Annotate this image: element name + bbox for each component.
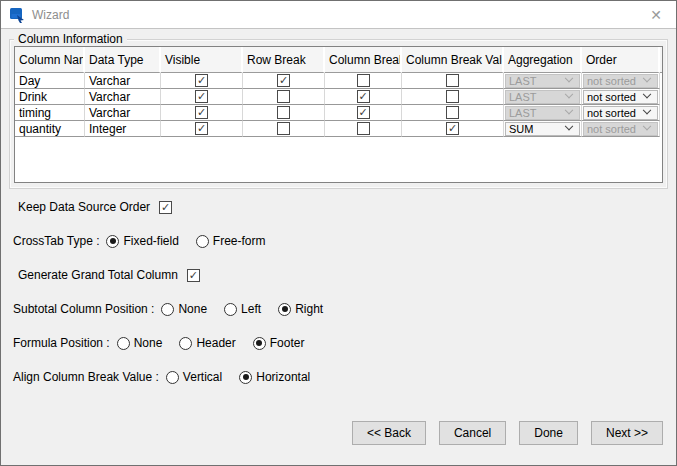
radio-option-left[interactable]: Left [224, 302, 261, 316]
aggregation-dropdown: LAST [505, 106, 580, 120]
option-label-align-column-break-value: Align Column Break Value : [13, 370, 159, 384]
visible-checkbox[interactable]: ✓ [195, 74, 208, 87]
option-label-formula-position: Formula Position : [13, 336, 110, 350]
row-break-checkbox[interactable] [277, 106, 290, 119]
option-row-align-column-break-value: Align Column Break Value :VerticalHorizo… [13, 367, 668, 387]
radio-label-horizontal: Horizontal [256, 370, 310, 384]
aggregation-dropdown: LAST [505, 90, 580, 104]
cell-row-break: ✓ [243, 73, 325, 89]
radio-option-free-form[interactable]: Free-form [196, 234, 266, 248]
option-label-generate-grand-total-column: Generate Grand Total Column [18, 268, 178, 282]
column-header-column-break-value: Column Break Value [402, 47, 504, 73]
order-dropdown[interactable]: not sorted [583, 90, 658, 104]
cell-column-break-value [402, 89, 504, 105]
visible-checkbox[interactable]: ✓ [195, 122, 208, 135]
formula-position-radio-footer[interactable] [253, 337, 266, 350]
back-button[interactable]: << Back [352, 421, 426, 445]
cell-visible: ✓ [161, 89, 243, 105]
radio-option-horizontal[interactable]: Horizontal [239, 370, 310, 384]
formula-position-radio-header[interactable] [179, 337, 192, 350]
cell-visible: ✓ [161, 73, 243, 89]
column-break-value-checkbox[interactable] [446, 74, 459, 87]
cell-row-break [243, 105, 325, 121]
app-icon [9, 7, 25, 23]
align-column-break-value-radio-group: VerticalHorizontal [166, 370, 310, 384]
table-header-row: Column NameData TypeVisibleRow BreakColu… [15, 47, 662, 73]
column-break-value-checkbox[interactable] [446, 106, 459, 119]
radio-option-header[interactable]: Header [179, 336, 235, 350]
cancel-button[interactable]: Cancel [439, 421, 506, 445]
cell-column-break [325, 73, 402, 89]
crosstab-type-radio-group: Fixed-fieldFree-form [106, 234, 265, 248]
radio-label-footer: Footer [270, 336, 305, 350]
column-break-value-checkbox[interactable] [446, 90, 459, 103]
subtotal-column-position-radio-left[interactable] [224, 303, 237, 316]
cell-data-type: Varchar [85, 105, 161, 121]
aggregation-dropdown[interactable]: SUM [505, 122, 580, 136]
column-header-column-break: Column Break [325, 47, 402, 73]
chevron-down-icon [643, 105, 651, 113]
cell-visible: ✓ [161, 105, 243, 121]
radio-option-footer[interactable]: Footer [253, 336, 305, 350]
cell-column-name: timing [15, 105, 85, 121]
cell-column-break: ✓ [325, 105, 402, 121]
radio-option-right[interactable]: Right [278, 302, 323, 316]
next-button[interactable]: Next >> [591, 421, 663, 445]
option-label-keep-data-source-order: Keep Data Source Order [18, 200, 150, 214]
aggregation-dropdown-value: SUM [509, 123, 566, 135]
subtotal-column-position-radio-right[interactable] [278, 303, 291, 316]
column-break-checkbox[interactable]: ✓ [357, 90, 370, 103]
cell-order: not sorted [582, 121, 660, 137]
title-bar: Wizard ✕ [1, 1, 676, 29]
row-break-checkbox[interactable]: ✓ [277, 74, 290, 87]
radio-option-vertical[interactable]: Vertical [166, 370, 222, 384]
subtotal-column-position-radio-none[interactable] [161, 303, 174, 316]
formula-position-radio-none[interactable] [117, 337, 130, 350]
table-row: DrinkVarchar✓✓LASTnot sorted [15, 89, 662, 105]
column-header-column-name: Column Name [15, 47, 85, 73]
cell-filler [660, 105, 663, 121]
cell-column-break: ✓ [325, 89, 402, 105]
radio-label-header: Header [196, 336, 235, 350]
generate-grand-total-column-checkbox[interactable]: ✓ [187, 269, 200, 282]
cell-filler [660, 73, 663, 89]
cell-visible: ✓ [161, 121, 243, 137]
cell-order: not sorted [582, 105, 660, 121]
align-column-break-value-radio-vertical[interactable] [166, 371, 179, 384]
visible-checkbox[interactable]: ✓ [195, 106, 208, 119]
crosstab-type-radio-free-form[interactable] [196, 235, 209, 248]
cell-order: not sorted [582, 73, 660, 89]
cell-aggregation: SUM [504, 121, 582, 137]
radio-label-free-form: Free-form [213, 234, 266, 248]
keep-data-source-order-checkbox[interactable]: ✓ [159, 201, 172, 214]
close-icon[interactable]: ✕ [644, 6, 668, 24]
table-row: quantityInteger✓✓SUMnot sorted [15, 121, 662, 137]
groupbox-title: Column Information [14, 32, 127, 46]
wizard-dialog: Wizard ✕ Column Information Column NameD… [0, 0, 677, 466]
crosstab-type-radio-fixed-field[interactable] [106, 235, 119, 248]
visible-checkbox[interactable]: ✓ [195, 90, 208, 103]
chevron-down-icon [643, 73, 651, 81]
radio-option-fixed-field[interactable]: Fixed-field [106, 234, 178, 248]
order-dropdown[interactable]: not sorted [583, 106, 658, 120]
column-break-checkbox[interactable] [357, 122, 370, 135]
row-break-checkbox[interactable] [277, 122, 290, 135]
option-row-generate-grand-total-column: Generate Grand Total Column✓ [13, 265, 668, 285]
radio-option-none[interactable]: None [161, 302, 207, 316]
done-button[interactable]: Done [519, 421, 578, 445]
align-column-break-value-radio-horizontal[interactable] [239, 371, 252, 384]
chevron-down-icon [565, 105, 573, 113]
cell-column-break-value [402, 73, 504, 89]
row-break-checkbox[interactable] [277, 90, 290, 103]
cell-aggregation: LAST [504, 73, 582, 89]
column-break-checkbox[interactable]: ✓ [357, 106, 370, 119]
option-row-formula-position: Formula Position :NoneHeaderFooter [13, 333, 668, 353]
order-dropdown-value: not sorted [587, 91, 644, 103]
cell-aggregation: LAST [504, 89, 582, 105]
order-dropdown: not sorted [583, 122, 658, 136]
radio-option-none[interactable]: None [117, 336, 163, 350]
column-break-value-checkbox[interactable]: ✓ [446, 122, 459, 135]
column-break-checkbox[interactable] [357, 74, 370, 87]
aggregation-dropdown-value: LAST [509, 75, 566, 87]
chevron-down-icon [643, 121, 651, 129]
